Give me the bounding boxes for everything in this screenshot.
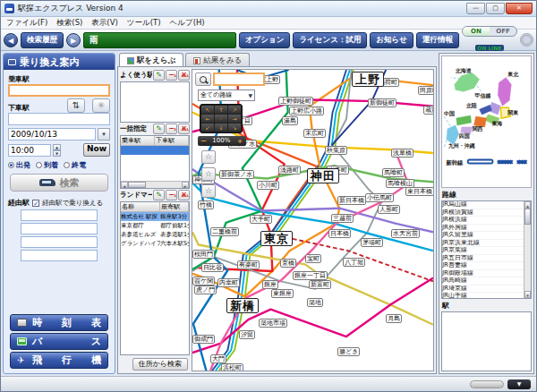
region-label[interactable]: 東海 xyxy=(490,120,502,127)
region-北陸[interactable] xyxy=(480,105,492,115)
landmark-table[interactable]: 名称 最寄駅 株式会社 駅探銀座駅3分東京都庁都庁前駅1分表参道ヒルズ表参道駅1… xyxy=(120,201,190,355)
map-station-label[interactable]: 神田 xyxy=(307,168,339,183)
region-label[interactable]: 北海道 xyxy=(455,67,472,74)
map-station-label[interactable]: 築地 xyxy=(307,298,323,307)
menu-item[interactable]: 表示(V) xyxy=(91,18,117,29)
rail-map[interactable]: 全ての路線▼ ↖↑↗←·→↙↓↘ − 100% ＋ ☆☆☆ 上野神田東京新橋京成… xyxy=(192,69,434,371)
region-label[interactable]: 中国 xyxy=(444,110,455,117)
pan-arrow-button[interactable]: ↖ xyxy=(201,106,214,114)
map-station-label[interactable]: 銀座 xyxy=(262,280,278,289)
landmark-remove-button[interactable]: −1 xyxy=(166,190,177,200)
now-button[interactable]: Now xyxy=(83,143,110,157)
via-station-input[interactable] xyxy=(21,250,98,261)
from-station-input[interactable] xyxy=(8,84,110,97)
favorites-list[interactable] xyxy=(120,81,190,123)
tab-select-station[interactable]: 駅をえらぶ xyxy=(119,53,183,66)
map-station-label[interactable]: 小伝馬町 xyxy=(365,193,394,202)
menu-item[interactable]: ヘルプ(H) xyxy=(170,18,205,29)
radio-出発[interactable]: 出発 xyxy=(8,160,30,170)
radio-到着[interactable]: 到着 xyxy=(36,160,58,170)
batch-selected-row[interactable] xyxy=(121,146,189,155)
zoom-out-button[interactable]: − xyxy=(200,136,207,146)
map-station-label[interactable]: 上野 xyxy=(352,72,384,87)
飛行機-button[interactable]: ✈飛行機 xyxy=(10,352,108,369)
pan-arrow-button[interactable]: ↙ xyxy=(201,124,214,132)
map-station-label[interactable]: 大門 xyxy=(210,354,226,363)
bookmark-star-button[interactable]: ☆ xyxy=(201,150,216,164)
close-button[interactable]: ✕ xyxy=(506,3,533,14)
map-station-label[interactable]: 浅草橋 xyxy=(391,149,413,158)
locate-on-map-button[interactable]: ✳ xyxy=(92,98,110,113)
map-station-label[interactable]: 八丁堀 xyxy=(343,258,365,267)
map-station-label[interactable]: 小川町 xyxy=(257,181,279,190)
region-北海道[interactable] xyxy=(455,73,480,92)
bookmark-star-button[interactable]: ☆ xyxy=(201,167,216,181)
map-station-label[interactable]: 浜松町 xyxy=(221,363,243,371)
time-spinner[interactable]: ▲▼ xyxy=(53,144,61,157)
date-input[interactable] xyxy=(8,128,96,141)
via-station-input[interactable] xyxy=(21,223,98,234)
line-list-item[interactable]: JR山手線 xyxy=(442,293,524,298)
line-list-item[interactable]: JR横須賀線 xyxy=(442,209,524,217)
line-list-item[interactable]: JR御殿場線 xyxy=(442,270,524,278)
menu-item[interactable]: ファイル(F) xyxy=(6,18,47,29)
landmark-clear-button[interactable]: ×ALL xyxy=(178,190,190,200)
search-route-button[interactable]: 検索 xyxy=(10,174,108,192)
toolbar-button[interactable]: オプション xyxy=(239,32,291,48)
online-on-button[interactable]: ON xyxy=(463,27,490,36)
radio-終電[interactable]: 終電 xyxy=(64,160,86,170)
gear-icon[interactable] xyxy=(520,33,533,47)
history-back-button[interactable]: ◀ xyxy=(4,33,18,47)
landmark-edit-button[interactable]: ✎ xyxy=(153,190,165,200)
map-station-label[interactable]: 秋葉原 xyxy=(325,146,347,155)
map-station-label[interactable]: 京橋 xyxy=(280,259,296,268)
map-station-label[interactable]: 東京 xyxy=(260,231,293,246)
menu-item[interactable]: 検索(S) xyxy=(56,18,82,29)
map-station-label[interactable]: 上野広小路 xyxy=(289,107,324,115)
favorites-edit-button[interactable]: ✎ xyxy=(153,70,165,81)
map-station-label[interactable]: 霞ケ関 xyxy=(192,277,215,285)
favorites-remove-button[interactable]: −1 xyxy=(166,70,177,81)
landmark-row[interactable]: グランドハイアット東京六本木駅5分 xyxy=(121,239,189,248)
pan-arrow-button[interactable]: ↘ xyxy=(228,124,241,132)
region-label[interactable]: 甲信越 xyxy=(475,92,491,99)
region-東北[interactable] xyxy=(498,78,511,107)
line-list-item[interactable]: JR高崎線 xyxy=(442,277,524,285)
line-list-item[interactable]: JR横浜線 xyxy=(442,217,524,225)
minimize-button[interactable]: — xyxy=(466,3,485,14)
map-station-label[interactable]: 宝町 xyxy=(305,254,321,263)
map-station-label[interactable]: 湯島 xyxy=(282,116,298,125)
line-list-item[interactable]: JR烏山線 xyxy=(442,201,524,209)
region-label[interactable]: 四国 xyxy=(459,132,470,140)
line-filter-dropdown[interactable]: 全ての路線▼ xyxy=(198,89,255,101)
region-中国[interactable] xyxy=(456,115,472,125)
map-station-label[interactable]: 新富町 xyxy=(309,280,331,289)
region-label[interactable]: 関東 xyxy=(507,109,518,115)
map-station-label[interactable]: 汐留 xyxy=(239,330,255,339)
address-search-button[interactable]: 住所から検索 xyxy=(132,358,188,371)
tab-view-results[interactable]: 結果をみる xyxy=(185,53,250,66)
line-list-item[interactable]: JR吾妻線 xyxy=(442,262,524,270)
calendar-dropdown-button[interactable]: ▾ xyxy=(98,128,110,141)
map-station-label[interactable]: 蔵前 xyxy=(423,106,434,115)
map-station-label[interactable]: 水天宮前 xyxy=(391,229,420,238)
landmark-row[interactable]: 表参道ヒルズ表参道駅1分 xyxy=(121,230,189,239)
map-station-label[interactable]: 大手町 xyxy=(250,215,272,224)
map-station-label[interactable]: 三越前 xyxy=(331,214,354,223)
history-forward-button[interactable]: ▶ xyxy=(66,33,81,47)
map-station-label[interactable]: 内幸町 xyxy=(217,278,240,287)
map-station-label[interactable]: 新御徒町 xyxy=(368,98,396,107)
lines-scrollbar[interactable]: ▴▾ xyxy=(524,201,531,298)
map-station-label[interactable]: 田原町 xyxy=(418,86,434,95)
map-station-label[interactable]: 御成門 xyxy=(192,335,215,344)
stations-listbox[interactable] xyxy=(441,311,532,371)
pan-arrow-button[interactable]: ← xyxy=(201,115,214,123)
map-station-label[interactable]: 新御茶ノ水 xyxy=(219,170,254,179)
map-station-label[interactable]: 勝どき xyxy=(337,347,360,356)
map-station-label[interactable]: 虎ノ門 xyxy=(194,285,217,294)
via-checkbox[interactable]: ✓ xyxy=(32,200,39,207)
region-label[interactable]: 北陸 xyxy=(465,102,477,109)
line-list-item[interactable]: JR外房線 xyxy=(442,225,524,233)
batch-hscrollbar[interactable]: ◂▸ xyxy=(121,181,189,188)
map-station-label[interactable]: 人形町 xyxy=(378,205,400,214)
